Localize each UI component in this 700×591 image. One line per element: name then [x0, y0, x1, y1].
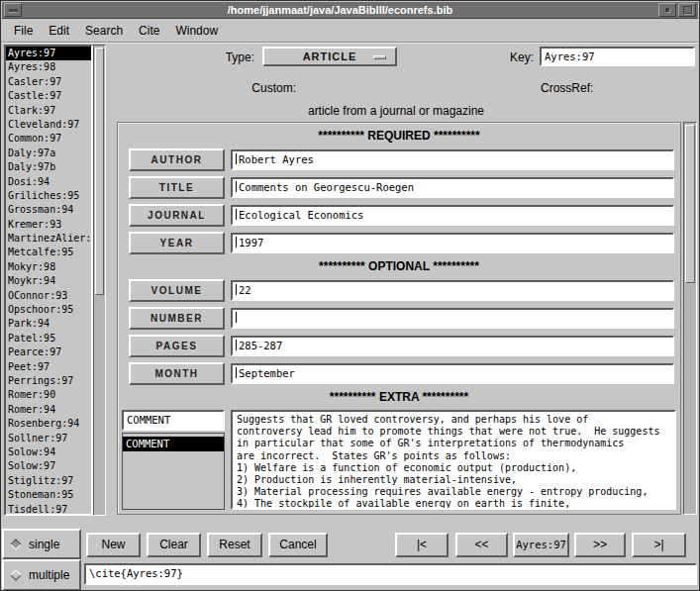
- type-value: ARTICLE: [303, 50, 357, 62]
- extra-field-options-list[interactable]: COMMENT: [122, 433, 225, 510]
- list-item[interactable]: Kremer:93: [6, 218, 91, 232]
- list-scrollbar-thumb[interactable]: [95, 48, 104, 295]
- list-item[interactable]: Solow:94: [6, 445, 91, 459]
- list-item[interactable]: Ayres:98: [6, 60, 91, 74]
- entry-type-description: article from a journal or magazine: [107, 104, 685, 118]
- extra-field-option[interactable]: COMMENT: [123, 437, 224, 451]
- reference-list[interactable]: Ayres:97Ayres:98Casler:97Castle:97Clark:…: [4, 45, 93, 516]
- extra-area: COMMENT COMMENT Suggests that GR loved c…: [122, 410, 676, 510]
- list-item[interactable]: Tisdell:97: [6, 503, 91, 517]
- window-menu-icon: [9, 9, 18, 12]
- pages-row: PAGES285-287: [122, 335, 676, 357]
- multiple-mode-radio-icon: [10, 569, 21, 580]
- list-item[interactable]: Griliches:95: [6, 189, 91, 203]
- author-row: AUTHORRobert Ayres: [122, 148, 676, 171]
- extra-field-selector[interactable]: COMMENT: [122, 410, 225, 431]
- menu-window[interactable]: Window: [167, 20, 226, 42]
- list-item[interactable]: Ayres:97: [6, 47, 91, 60]
- month-row: MONTHSeptember: [122, 362, 676, 385]
- required-section-header: ********** REQUIRED **********: [122, 129, 676, 143]
- iconify-button[interactable]: [658, 3, 676, 17]
- next-entry-button[interactable]: >>: [574, 533, 626, 557]
- month-value: September: [239, 367, 295, 379]
- list-item[interactable]: Pearce:97: [6, 345, 91, 359]
- cancel-button[interactable]: Cancel: [268, 533, 328, 557]
- number-field[interactable]: [231, 308, 674, 329]
- text-caret: [236, 284, 237, 295]
- list-item[interactable]: Park:94: [6, 317, 91, 331]
- single-mode-radio-icon: [10, 539, 21, 549]
- key-value: Ayres:97: [545, 50, 595, 62]
- list-item[interactable]: Daly:97a: [6, 147, 91, 160]
- maximize-icon: [683, 6, 692, 14]
- list-item[interactable]: Peet:97: [6, 360, 91, 374]
- number-row: NUMBER: [122, 307, 676, 330]
- single-mode-label: single: [29, 538, 59, 551]
- list-scrollbar[interactable]: [93, 45, 106, 516]
- volume-label: VOLUME: [129, 279, 225, 302]
- list-item[interactable]: Romer:90: [6, 388, 91, 402]
- list-item[interactable]: Dosi:94: [6, 175, 91, 189]
- menu-file[interactable]: File: [6, 20, 41, 42]
- type-dropdown[interactable]: ARTICLE: [262, 47, 397, 66]
- pages-field[interactable]: 285-287: [231, 336, 674, 356]
- pages-value: 285-287: [239, 340, 282, 351]
- list-item[interactable]: Opschoor:95: [6, 303, 91, 317]
- first-entry-button[interactable]: |<: [395, 533, 449, 557]
- menu-search[interactable]: Search: [77, 20, 131, 42]
- last-entry-button[interactable]: >|: [632, 533, 686, 557]
- window-titlebar[interactable]: /home/jjanmaat/java/JavaBibIII/econrefs.…: [2, 2, 698, 19]
- journal-field[interactable]: Ecological Economics: [231, 205, 674, 226]
- list-item[interactable]: Moykr:94: [6, 274, 91, 288]
- volume-field[interactable]: 22: [231, 280, 674, 301]
- year-field[interactable]: 1997: [231, 233, 674, 253]
- optional-section-header: ********** OPTIONAL **********: [122, 259, 676, 273]
- month-label: MONTH: [129, 362, 225, 385]
- previous-entry-button[interactable]: <<: [455, 533, 508, 557]
- multiple-mode-label: multiple: [29, 568, 69, 582]
- list-item[interactable]: Solow:97: [6, 459, 91, 473]
- title-field[interactable]: Comments on Georgescu-Roegen: [231, 177, 674, 198]
- custom-label: Custom:: [229, 81, 296, 95]
- menu-edit[interactable]: Edit: [41, 20, 77, 42]
- maximize-button[interactable]: [678, 3, 696, 17]
- menu-cite[interactable]: Cite: [131, 20, 167, 42]
- list-item[interactable]: Stiglitz:97: [6, 474, 91, 488]
- form-scrollbar[interactable]: [683, 122, 697, 515]
- window-menu-button[interactable]: [4, 3, 22, 17]
- list-item[interactable]: Cleveland:97: [6, 118, 91, 132]
- month-field[interactable]: September: [231, 363, 674, 384]
- optional-fields: VOLUME22NUMBERPAGES285-287MONTHSeptember: [122, 279, 676, 385]
- list-item[interactable]: Metcalfe:95: [6, 246, 91, 259]
- list-item[interactable]: Daly:97b: [6, 160, 91, 174]
- list-item[interactable]: MartinezAlier:9: [6, 232, 91, 246]
- cite-field[interactable]: \cite{Ayres:97}: [84, 563, 697, 585]
- required-fields: AUTHORRobert AyresTITLEComments on Georg…: [122, 148, 676, 254]
- list-item[interactable]: Stoneman:95: [6, 488, 91, 502]
- mode-single[interactable]: single: [2, 529, 81, 559]
- current-entry-button[interactable]: Ayres:97: [513, 533, 569, 557]
- clear-button[interactable]: Clear: [147, 533, 201, 557]
- reset-button[interactable]: Reset: [207, 533, 262, 557]
- comment-textarea[interactable]: Suggests that GR loved controversy, and …: [231, 410, 676, 510]
- extra-section-header: ********** EXTRA **********: [122, 390, 676, 404]
- list-item[interactable]: Patel:95: [6, 332, 91, 345]
- text-caret: [236, 237, 237, 247]
- list-item[interactable]: Rosenberg:94: [6, 417, 91, 431]
- author-label: AUTHOR: [129, 148, 225, 171]
- list-item[interactable]: Sollner:97: [6, 432, 91, 445]
- list-item[interactable]: Grossman:94: [6, 203, 91, 217]
- list-item[interactable]: Casler:97: [6, 75, 91, 89]
- form-scrollbar-thumb[interactable]: [685, 125, 695, 283]
- new-button[interactable]: New: [86, 533, 141, 557]
- list-item[interactable]: Clark:97: [6, 104, 91, 118]
- list-item[interactable]: Romer:94: [6, 403, 91, 417]
- list-item[interactable]: OConnor:93: [6, 289, 91, 303]
- list-item[interactable]: Perrings:97: [6, 374, 91, 388]
- list-item[interactable]: Common:97: [6, 132, 91, 146]
- key-field[interactable]: Ayres:97: [540, 47, 695, 66]
- author-field[interactable]: Robert Ayres: [231, 149, 674, 170]
- mode-multiple[interactable]: multiple: [2, 559, 81, 591]
- list-item[interactable]: Mokyr:98: [6, 260, 91, 274]
- list-item[interactable]: Castle:97: [6, 89, 91, 103]
